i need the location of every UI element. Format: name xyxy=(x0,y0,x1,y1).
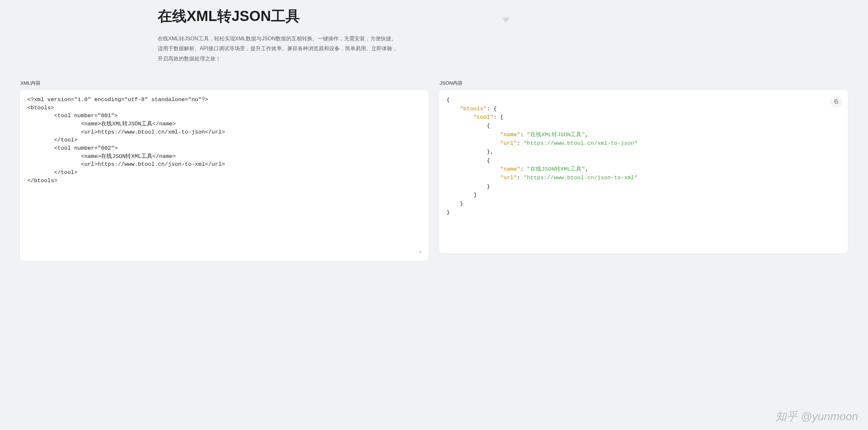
svg-rect-0 xyxy=(835,101,838,103)
xml-panel-box xyxy=(20,90,429,261)
favorite-heart-icon[interactable] xyxy=(503,16,509,25)
xml-input[interactable] xyxy=(27,96,422,254)
copy-button[interactable] xyxy=(830,96,842,108)
copy-icon xyxy=(834,99,839,104)
xml-panel: XML内容 xyxy=(20,80,429,261)
json-panel: JSON内容 { "btools": { "tool": [ { "name":… xyxy=(439,80,848,261)
xml-panel-label: XML内容 xyxy=(20,80,429,86)
panels-container: XML内容 JSON内容 { "btools": { "tool": [ { "… xyxy=(20,80,848,261)
json-output: { "btools": { "tool": [ { "name": "在线XML… xyxy=(446,96,841,217)
page-description: 在线XML转JSON工具，轻松实现XML数据与JSON数据的互相转换。一键操作，… xyxy=(158,34,398,64)
page-title: 在线XML转JSON工具 xyxy=(158,6,404,26)
json-panel-box: { "btools": { "tool": [ { "name": "在线XML… xyxy=(439,90,848,254)
json-panel-label: JSON内容 xyxy=(439,80,848,86)
header: 在线XML转JSON工具 在线XML转JSON工具，轻松实现XML数据与JSON… xyxy=(158,6,404,64)
